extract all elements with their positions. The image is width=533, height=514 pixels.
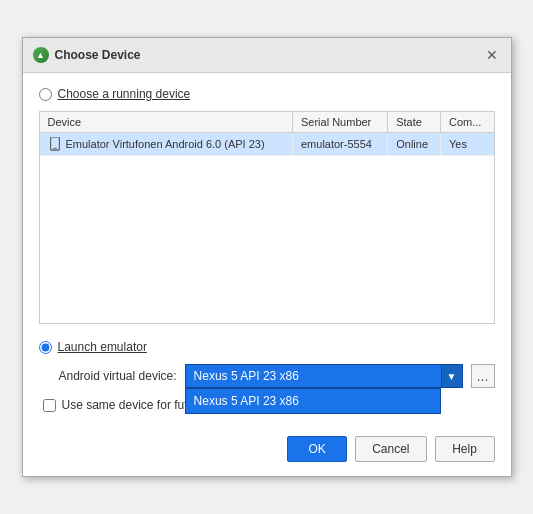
- dialog-content: Choose a running device Device Serial Nu…: [23, 73, 511, 426]
- title-bar: ▲ Choose Device ✕: [23, 38, 511, 73]
- running-device-row: Choose a running device: [39, 87, 495, 101]
- col-device: Device: [40, 112, 293, 133]
- launch-emulator-row: Launch emulator: [39, 340, 495, 354]
- device-table-container: Device Serial Number State Com...: [39, 111, 495, 324]
- device-table: Device Serial Number State Com...: [40, 112, 494, 156]
- help-button[interactable]: Help: [435, 436, 495, 462]
- col-state: State: [388, 112, 441, 133]
- cell-device: Emulator Virtufonen Android 6.0 (API 23): [40, 133, 293, 156]
- avd-label: Android virtual device:: [59, 369, 177, 383]
- launch-emulator-radio[interactable]: [39, 341, 52, 354]
- future-launches-checkbox[interactable]: [43, 399, 56, 412]
- bottom-section: Launch emulator Android virtual device: …: [39, 334, 495, 412]
- dialog-title: Choose Device: [55, 48, 141, 62]
- dialog-footer: OK Cancel Help: [23, 426, 511, 476]
- table-row[interactable]: Emulator Virtufonen Android 6.0 (API 23)…: [40, 133, 494, 156]
- cell-serial: emulator-5554: [292, 133, 387, 156]
- device-name: Emulator Virtufonen Android 6.0 (API 23): [66, 138, 265, 150]
- avd-dropdown-display[interactable]: Nexus 5 API 23 x86: [185, 364, 463, 388]
- col-serial: Serial Number: [292, 112, 387, 133]
- launch-emulator-label[interactable]: Launch emulator: [58, 340, 147, 354]
- table-header-row: Device Serial Number State Com...: [40, 112, 494, 133]
- avd-options-button[interactable]: ...: [471, 364, 495, 388]
- title-bar-left: ▲ Choose Device: [33, 47, 141, 63]
- cell-compat: Yes: [441, 133, 494, 156]
- cancel-button[interactable]: Cancel: [355, 436, 426, 462]
- cell-state: Online: [388, 133, 441, 156]
- running-device-label[interactable]: Choose a running device: [58, 87, 191, 101]
- avd-dropdown-menu: Nexus 5 API 23 x86: [185, 388, 441, 414]
- ok-button[interactable]: OK: [287, 436, 347, 462]
- android-icon: ▲: [33, 47, 49, 63]
- emulator-icon: [48, 137, 62, 151]
- avd-row: Android virtual device: Nexus 5 API 23 x…: [39, 364, 495, 388]
- close-button[interactable]: ✕: [483, 46, 501, 64]
- avd-option-0[interactable]: Nexus 5 API 23 x86: [186, 389, 440, 413]
- choose-device-dialog: ▲ Choose Device ✕ Choose a running devic…: [22, 37, 512, 477]
- running-device-radio[interactable]: [39, 88, 52, 101]
- col-compat: Com...: [441, 112, 494, 133]
- avd-selected-text: Nexus 5 API 23 x86: [194, 369, 299, 383]
- avd-dropdown-wrapper: Nexus 5 API 23 x86 ▼ Nexus 5 API 23 x86: [185, 364, 463, 388]
